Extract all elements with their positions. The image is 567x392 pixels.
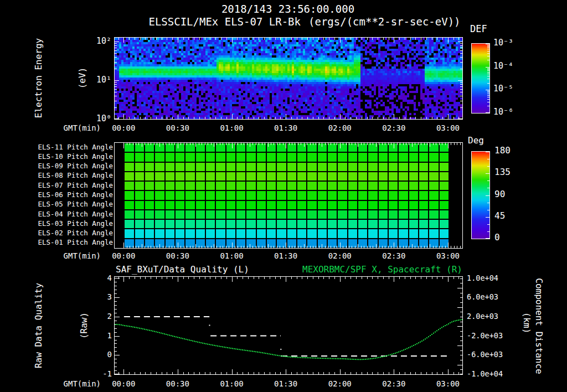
distance-ytick-label: 6.0e+03: [467, 293, 498, 301]
colorbar-tick: [487, 79, 489, 79]
def-colorbar: [471, 43, 490, 114]
page-title-timestamp: 2018/143 23:56:00.000: [221, 3, 354, 15]
colorbar-tick: [487, 188, 489, 188]
colorbar-tick: [487, 69, 489, 70]
spec-y-axis-title: Electron Energy: [33, 38, 44, 118]
colorbar-tick: [487, 74, 489, 74]
instrument-name: ELSSCIL/MEx ELS-07 LR-Bk: [148, 16, 301, 28]
def-colorbar-tick-label: 10⁻⁵: [493, 84, 513, 94]
gmt-axis-label: GMT(min): [55, 380, 101, 388]
pitch-row-label: ELS-08 Pitch Angle: [22, 172, 113, 179]
colorbar-tick: [487, 224, 489, 225]
colorbar-tick: [487, 95, 489, 96]
pitch-angle-canvas: [114, 142, 463, 249]
pitch-row-label: ELS-06 Pitch Angle: [22, 191, 113, 199]
pitch-row-label: ELS-04 Pitch Angle: [22, 210, 113, 218]
def-colorbar-title: DEF: [470, 23, 487, 34]
quality-ytick-label: 1: [93, 332, 112, 340]
colorbar-tick: [486, 217, 489, 218]
pitch-row-label: ELS-07 Pitch Angle: [22, 182, 113, 189]
def-colorbar-tick-label: 10⁻⁶: [493, 107, 513, 117]
colorbar-tick: [486, 90, 489, 90]
colorbar-tick: [486, 152, 489, 152]
colorbar-tick: [487, 92, 489, 92]
colorbar-tick: [487, 60, 489, 60]
spec-ytick-label: 10²: [86, 37, 111, 46]
electron-spectrogram-canvas: [114, 37, 463, 120]
deg-colorbar-title: Deg: [468, 135, 484, 146]
colorbar-tick: [487, 106, 489, 106]
gmt-tick-label: 01:30: [266, 380, 305, 388]
gmt-tick-label: 01:30: [266, 252, 305, 260]
distance-y-axis-units: (km): [522, 312, 532, 334]
colorbar-tick: [487, 180, 489, 181]
pitch-row-label: ELS-02 Pitch Angle: [22, 229, 113, 237]
colorbar-tick: [487, 46, 489, 47]
spec-ytick-label: 10⁰: [86, 114, 111, 123]
gmt-tick-label: 02:00: [321, 252, 359, 260]
colorbar-tick: [487, 70, 489, 71]
els-summary-plot-page: 2018/143 23:56:00.000 ELSSCIL/MEx ELS-07…: [0, 0, 567, 392]
gmt-tick-label: 02:30: [374, 380, 413, 388]
deg-colorbar-tick-label: 180: [494, 146, 511, 156]
colorbar-tick: [487, 49, 489, 49]
colorbar-tick: [486, 112, 489, 113]
deg-colorbar-tick-label: 45: [494, 211, 505, 221]
quality-title: SAF_BXuT/Data Quality (L): [116, 264, 249, 275]
distance-ytick-label: -1.0e+04: [467, 370, 503, 378]
gmt-tick-label: 00:30: [158, 252, 197, 260]
gmt-tick-label: 00:30: [158, 124, 197, 132]
pitch-row-label: ELS-11 Pitch Angle: [22, 143, 113, 151]
colorbar-tick: [487, 68, 489, 69]
colorbar-tick: [487, 83, 489, 84]
colorbar-tick: [486, 195, 489, 196]
quality-ytick-label: 0: [93, 350, 112, 359]
deg-colorbar: [471, 151, 490, 239]
distance-ytick-label: 1.0e+04: [467, 274, 498, 282]
gmt-tick-label: 03:00: [429, 124, 467, 132]
colorbar-tick: [486, 173, 489, 174]
gmt-tick-label: 03:00: [429, 380, 467, 388]
gmt-tick-label: 02:30: [374, 124, 413, 132]
instrument-units: (ergs/(cm**2-sr-sec-eV)): [308, 16, 461, 28]
deg-colorbar-tick-label: 135: [494, 167, 511, 177]
pitch-row-label: ELS-03 Pitch Angle: [22, 220, 113, 228]
colorbar-tick: [487, 102, 489, 102]
distance-title: MEXORBMC/SPF X, Spacecraft (R): [302, 264, 462, 275]
gmt-tick-label: 01:00: [213, 252, 251, 260]
gmt-tick-label: 02:30: [374, 252, 413, 260]
colorbar-tick: [487, 47, 489, 48]
def-colorbar-tick-label: 10⁻⁴: [493, 61, 513, 71]
colorbar-tick: [486, 238, 489, 239]
colorbar-tick: [487, 99, 489, 100]
gmt-tick-label: 03:00: [429, 252, 467, 260]
quality-distance-canvas: [114, 276, 463, 375]
page-title-instrument: ELSSCIL/MEx ELS-07 LR-Bk(ergs/(cm**2-sr-…: [148, 16, 460, 28]
colorbar-tick: [487, 166, 489, 167]
gmt-tick-label: 00:00: [104, 380, 143, 388]
gmt-tick-label: 01:00: [213, 380, 251, 388]
colorbar-tick: [487, 210, 489, 210]
gmt-axis-label: GMT(min): [55, 124, 101, 132]
quality-y-axis-title: Raw Data Quality: [33, 283, 44, 368]
distance-ytick-label: 2.0e+03: [467, 312, 498, 321]
colorbar-tick: [487, 231, 489, 232]
colorbar-tick: [487, 94, 489, 94]
spec-ytick-label: 10¹: [86, 75, 111, 85]
colorbar-tick: [486, 67, 489, 68]
gmt-tick-label: 00:30: [158, 380, 197, 388]
pitch-row-label: ELS-01 Pitch Angle: [22, 239, 113, 246]
colorbar-tick: [486, 44, 489, 44]
distance-ytick-label: -6.0e+03: [467, 350, 503, 359]
quality-ytick-label: -1: [93, 370, 112, 378]
distance-y-axis-title: Component Distance: [534, 278, 544, 374]
colorbar-tick: [487, 45, 489, 45]
pitch-row-label: ELS-05 Pitch Angle: [22, 200, 113, 208]
def-colorbar-tick-label: 10⁻³: [493, 38, 513, 48]
gmt-tick-label: 02:00: [321, 380, 359, 388]
colorbar-tick: [487, 53, 489, 54]
gmt-tick-label: 00:00: [104, 252, 143, 260]
deg-colorbar-tick-label: 90: [494, 189, 505, 199]
deg-colorbar-tick-label: 0: [494, 233, 500, 243]
gmt-tick-label: 00:00: [104, 124, 143, 132]
